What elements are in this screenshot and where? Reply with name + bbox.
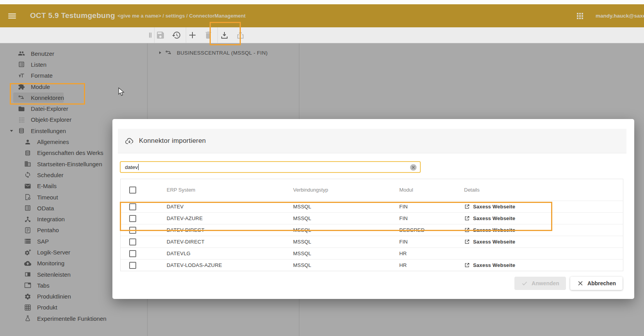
database-icon <box>18 127 25 134</box>
import-connector-dialog: Konnektor importieren datev ERP System V… <box>112 119 634 299</box>
table-header: ERP System Verbindungstyp Modul Details <box>121 179 623 201</box>
row-checkbox[interactable] <box>129 238 136 245</box>
delete-button[interactable] <box>204 30 213 40</box>
save-button[interactable] <box>156 30 165 40</box>
table-row-datev-fin[interactable]: DATEV MSSQL FIN Saxess Webseite <box>121 201 623 212</box>
sidebar-item-experimentelle-funktionen[interactable]: Experimentelle Funktionen <box>0 313 147 324</box>
apply-button[interactable]: Anwenden <box>514 277 566 290</box>
details-link-label[interactable]: Saxess Webseite <box>473 262 515 268</box>
table-row-datev-azure-fin[interactable]: DATEV-AZURE MSSQL FIN Saxess Webseite <box>121 212 623 224</box>
clear-icon[interactable] <box>409 164 417 171</box>
sidebar-item-konnektoren[interactable]: Konnektoren <box>0 92 147 103</box>
folder-icon <box>18 105 25 112</box>
apply-button-label: Anwenden <box>532 280 559 286</box>
list-icon <box>18 61 25 68</box>
format-icon <box>18 72 25 79</box>
dialog-buttons: Anwenden Abbrechen <box>514 277 623 290</box>
table-row-datevlg-hr[interactable]: DATEVLG MSSQL HR <box>121 247 623 259</box>
restore-icon <box>172 30 181 40</box>
app-bar: OCT 5.9 Testumgebung <give me a name> / … <box>0 4 644 27</box>
database-icon <box>24 149 31 156</box>
restore-button[interactable] <box>172 30 181 40</box>
export-button[interactable] <box>236 30 245 40</box>
column-header-modul: Modul <box>399 187 464 193</box>
external-link-icon <box>464 227 470 233</box>
expand-arrow-icon[interactable] <box>158 50 162 55</box>
column-header-erp-system: ERP System <box>167 187 293 193</box>
column-header-details: Details <box>464 187 623 193</box>
sidebar-item-listen[interactable]: Listen <box>0 59 147 70</box>
cloud-import-icon <box>125 137 134 146</box>
connector-icon <box>165 49 172 56</box>
check-icon <box>521 280 528 287</box>
tree-item-businesscentral[interactable]: BUSINESSCENTRAL (MSSQL - FIN) <box>158 48 268 57</box>
text-caret <box>138 164 139 170</box>
details-link-label[interactable]: Saxess Webseite <box>473 204 515 210</box>
details-link: Saxess Webseite <box>464 215 623 221</box>
row-checkbox[interactable] <box>129 215 136 222</box>
expand-arrow-icon[interactable] <box>9 128 14 133</box>
puzzle-icon <box>18 83 25 90</box>
person-icon <box>24 139 31 146</box>
grid-icon <box>24 304 31 311</box>
email-icon <box>24 183 31 190</box>
row-checkbox[interactable] <box>129 227 136 234</box>
breadcrumb: <give me a name> / settings / ConnectorM… <box>117 13 246 19</box>
sidebar-item-benutzer[interactable]: Benutzer <box>0 48 147 59</box>
sidebar-item-formate[interactable]: Formate <box>0 70 147 81</box>
user-email[interactable]: mandy.hauck@saxe <box>596 13 644 19</box>
cancel-button[interactable]: Abbrechen <box>570 277 623 290</box>
sidebar-item-produkt[interactable]: Produkt <box>0 302 147 313</box>
details-link-label[interactable]: Saxess Webseite <box>473 215 515 221</box>
table-row-datev-direct-debcred[interactable]: DATEV-DIRECT MSSQL DEBCRED Saxess Websei… <box>121 224 623 236</box>
tree-item-label: BUSINESSCENTRAL (MSSQL - FIN) <box>177 50 268 56</box>
table-body: DATEV MSSQL FIN Saxess Webseite DATEV-AZ… <box>121 201 623 271</box>
sync-icon <box>24 171 31 178</box>
sidebar-layout-icon <box>24 271 31 278</box>
save-icon <box>156 30 165 40</box>
users-icon <box>18 50 25 57</box>
table-row-datev-direct-fin[interactable]: DATEV-DIRECT MSSQL FIN Saxess Webseite <box>121 236 623 247</box>
top-margin-strip <box>0 0 644 4</box>
search-input[interactable]: datev <box>120 161 421 173</box>
add-button[interactable] <box>188 30 197 40</box>
row-checkbox[interactable] <box>129 250 136 257</box>
connector-icon <box>18 94 25 101</box>
drag-handle-icon[interactable] <box>146 31 155 39</box>
menu-icon[interactable] <box>7 11 17 21</box>
external-link-icon <box>464 204 470 210</box>
pentaho-icon <box>24 227 31 234</box>
gear-plus-icon <box>24 249 31 256</box>
dialog-header: Konnektor importieren <box>118 129 626 153</box>
gear-icon <box>24 293 31 300</box>
timeout-icon <box>24 194 31 201</box>
table-row-datev-lodas-azure-hr[interactable]: DATEV-LODAS-AZURE MSSQL HR Saxess Websei… <box>121 259 623 271</box>
building-icon <box>24 160 31 167</box>
row-checkbox[interactable] <box>129 203 136 210</box>
integration-icon <box>24 216 31 223</box>
cancel-button-label: Abbrechen <box>587 280 616 286</box>
select-all-checkbox[interactable] <box>129 187 136 194</box>
list-icon <box>24 204 31 212</box>
external-link-icon <box>464 239 470 245</box>
external-link-icon <box>464 262 470 268</box>
import-button[interactable] <box>220 30 229 40</box>
row-checkbox[interactable] <box>129 262 136 269</box>
external-link-icon <box>464 215 470 221</box>
search-value: datev <box>125 164 138 170</box>
add-icon <box>188 30 197 40</box>
toolbar <box>0 27 644 43</box>
details-link-label[interactable]: Saxess Webseite <box>473 239 515 245</box>
details-link-label[interactable]: Saxess Webseite <box>473 227 515 233</box>
column-header-verbindungstyp: Verbindungstyp <box>293 187 399 193</box>
details-link: Saxess Webseite <box>464 227 623 233</box>
delete-icon <box>204 30 213 40</box>
export-icon <box>236 30 245 40</box>
dialog-title: Konnektor importieren <box>139 137 206 145</box>
toolbar-buttons <box>156 30 245 40</box>
apps-grid-icon[interactable] <box>575 11 585 21</box>
sidebar-item-datei-explorer[interactable]: Datei-Explorer <box>0 103 147 114</box>
sidebar-item-module[interactable]: Module <box>0 81 147 92</box>
details-link: Saxess Webseite <box>464 204 623 210</box>
app-title: OCT 5.9 Testumgebung <box>30 11 115 20</box>
